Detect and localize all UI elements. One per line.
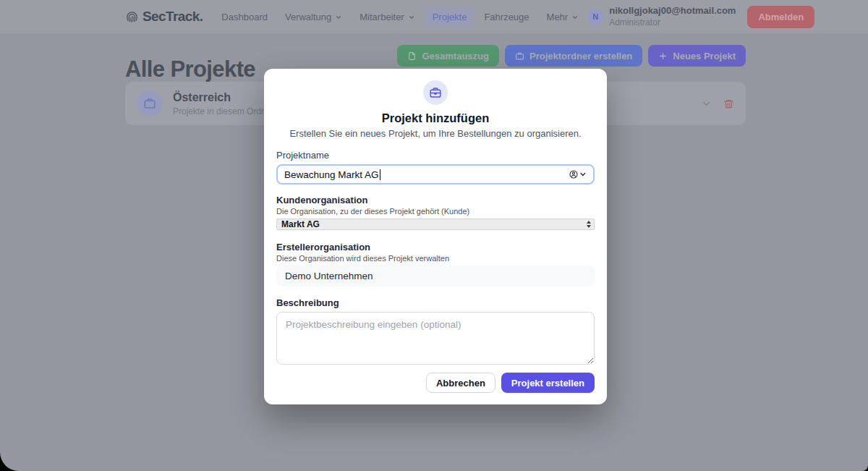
main-nav: Dashboard Verwaltung Mitarbeiter Projekt…	[213, 7, 587, 27]
user-email: nikollgjokaj00@hotmail.com	[609, 6, 736, 16]
nav-item-mehr[interactable]: Mehr	[538, 7, 588, 27]
account-autofill-icon[interactable]	[569, 170, 587, 179]
folder-card-actions	[701, 98, 734, 109]
user-menu: N nikollgjokaj00@hotmail.com Administrat…	[587, 6, 814, 28]
description-group: Beschreibung	[276, 298, 595, 365]
creator-org-hint: Diese Organisation wird dieses Projekt v…	[276, 255, 595, 263]
nav-item-verwaltung[interactable]: Verwaltung	[276, 7, 351, 27]
trash-icon	[723, 98, 734, 109]
user-role: Administrator	[609, 18, 736, 27]
avatar[interactable]: N	[587, 9, 603, 25]
description-textarea[interactable]	[276, 312, 595, 365]
briefcase-icon	[137, 90, 163, 116]
customer-org-selected-value: Markt AG	[281, 219, 320, 229]
cancel-button[interactable]: Abbrechen	[426, 373, 495, 393]
modal-subtitle: Erstellen Sie ein neues Projekt, um Ihre…	[276, 129, 595, 138]
top-navigation-bar: SecTrack. Dashboard Verwaltung Mitarbeit…	[0, 0, 868, 33]
create-project-folder-button[interactable]: Projektordner erstellen	[505, 45, 642, 67]
nav-item-dashboard[interactable]: Dashboard	[213, 7, 276, 27]
nav-item-projekte[interactable]: Projekte	[424, 7, 476, 27]
plus-icon	[658, 51, 668, 61]
customer-org-group: Kundenorganisation Die Organisation, zu …	[276, 195, 595, 230]
customer-org-select[interactable]: Markt AG	[276, 218, 595, 230]
expand-folder-button[interactable]	[701, 98, 712, 109]
briefcase-icon	[423, 80, 448, 105]
updown-stepper-icon	[587, 221, 591, 228]
nav-item-mitarbeiter[interactable]: Mitarbeiter	[351, 7, 423, 27]
creator-org-label: Erstellerorganisation	[276, 242, 595, 252]
document-icon	[407, 51, 417, 61]
briefcase-icon	[515, 51, 524, 61]
project-name-label: Projektname	[276, 150, 595, 160]
create-project-button[interactable]: Projekt erstellen	[501, 373, 595, 393]
chevron-down-icon	[571, 14, 579, 21]
modal-footer: Abbrechen Projekt erstellen	[276, 373, 595, 393]
add-project-modal: Projekt hinzufügen Erstellen Sie ein neu…	[264, 69, 607, 404]
chevron-down-icon	[408, 14, 415, 21]
delete-folder-button[interactable]	[723, 98, 734, 109]
export-button[interactable]: Gesamtauszug	[397, 45, 498, 67]
customer-org-hint: Die Organisation, zu der dieses Projekt …	[276, 208, 595, 216]
nav-item-fahrzeuge[interactable]: Fahrzeuge	[475, 7, 537, 27]
description-label: Beschreibung	[276, 298, 595, 307]
logo-text: SecTrack.	[142, 9, 203, 25]
chevron-down-icon	[701, 98, 712, 109]
modal-title: Projekt hinzufügen	[276, 112, 595, 124]
page-title: Alle Projekte	[125, 56, 255, 82]
creator-org-group: Erstellerorganisation Diese Organisation…	[276, 242, 595, 287]
app-screen: SecTrack. Dashboard Verwaltung Mitarbeit…	[0, 0, 868, 471]
fingerprint-icon	[125, 9, 139, 25]
project-name-value: Bewachung Markt AG	[284, 169, 379, 180]
chevron-down-icon	[335, 14, 342, 21]
page-actions: Gesamtauszug Projektordner erstellen Neu…	[397, 45, 746, 67]
customer-org-label: Kundenorganisation	[276, 195, 595, 205]
project-name-input[interactable]: Bewachung Markt AG	[276, 164, 595, 184]
logo[interactable]: SecTrack.	[125, 9, 203, 25]
creator-org-field: Demo Unternehmen	[276, 266, 595, 287]
text-caret	[380, 169, 380, 180]
logout-button[interactable]: Abmelden	[747, 6, 814, 28]
new-project-button[interactable]: Neues Projekt	[648, 45, 746, 67]
user-info: nikollgjokaj00@hotmail.com Administrator	[609, 6, 736, 27]
